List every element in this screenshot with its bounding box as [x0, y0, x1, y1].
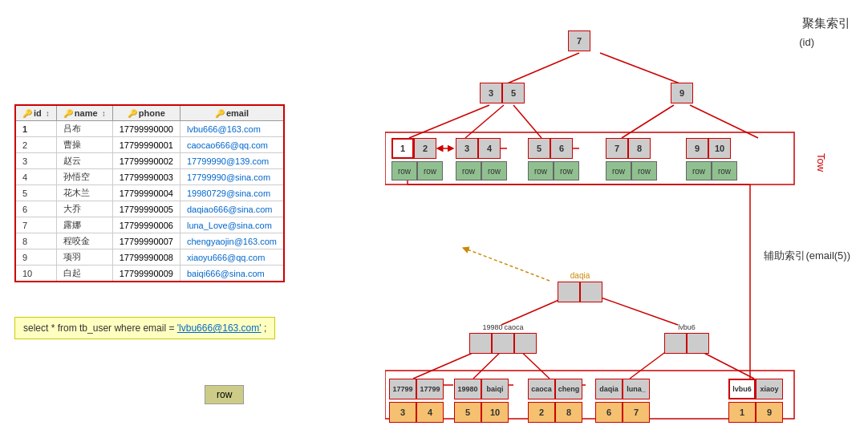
secondary-index-label: 辅助索引(email(5)) [764, 249, 850, 263]
leaf-row-5: row [528, 161, 554, 180]
cell-email: baiqi666@sina.com [180, 266, 284, 282]
sec-l1-left-label1: 19980 [482, 323, 502, 331]
cell-phone: 17799990008 [112, 249, 180, 266]
cell-name: 花木兰 [56, 185, 112, 201]
l1-left-5: 5 [502, 83, 525, 103]
cell-id: 10 [15, 266, 56, 282]
sec-leaf-key-1a: 17799 [389, 379, 416, 399]
sec-leaf-key-1b: 17799 [416, 379, 444, 399]
db-table: 🔑id ↕ 🔑name ↕ 🔑phone 🔑email 1吕布177999900… [14, 104, 285, 282]
cell-id: 6 [15, 201, 56, 217]
cell-name: 程咬金 [56, 233, 112, 249]
row-legend: row [205, 385, 244, 404]
sec-leaf-group-2: 19980 baiqi 5 10 [454, 379, 509, 423]
cell-id: 5 [15, 185, 56, 201]
sec-l1-right-cell1 [664, 333, 687, 354]
root-cell-7: 7 [568, 30, 590, 51]
table-row: 8程咬金17799990007chengyaojin@163.com [15, 233, 284, 249]
clustered-l1-left: 3 5 [480, 83, 525, 103]
sec-root-cell2 [580, 282, 602, 302]
leaf-key-8: 8 [628, 138, 651, 159]
cell-id: 4 [15, 169, 56, 185]
sql-text-after: ; [262, 322, 267, 334]
table-row: 9项羽17799990008xiaoyu666@qq.com [15, 249, 284, 266]
cell-email: luna_Love@sina.com [180, 217, 284, 233]
sec-leaf-key-4b: luna_ [623, 379, 650, 399]
cell-name: 赵云 [56, 153, 112, 169]
leaf-row-10: row [712, 161, 737, 180]
sec-leaf-row-3b: 8 [555, 402, 582, 423]
sec-leaf-row-4b: 7 [623, 402, 650, 423]
cell-phone: 17799990000 [112, 121, 180, 137]
sec-l1-right: lvbu6 [664, 323, 709, 354]
cell-phone: 17799990006 [112, 217, 180, 233]
table-row: 6大乔17799990005daqiao666@sina.com [15, 201, 284, 217]
cell-email: lvbu666@163.com [180, 121, 284, 137]
table-row: 5花木兰1779999000419980729@sina.com [15, 185, 284, 201]
cell-phone: 17799990007 [112, 233, 180, 249]
sec-leaf-key-5a: lvbu6 [728, 379, 756, 399]
sec-leaf-row-2b: 10 [481, 402, 509, 423]
table-row: 4孙悟空1779999000317799990@sina.com [15, 169, 284, 185]
table-row: 7露娜17799990006luna_Love@sina.com [15, 217, 284, 233]
sql-text-before: select * from tb_user where email = [23, 322, 177, 334]
table-row: 10白起17799990009baiqi666@sina.com [15, 266, 284, 282]
sec-leaf-row-1b: 4 [416, 402, 444, 423]
id-label: (id) [799, 36, 814, 48]
leaf-key-1: 1 [391, 138, 414, 159]
leaf-key-5: 5 [528, 138, 550, 159]
row-box: row [205, 385, 244, 404]
cell-email: 17799990@139.com [180, 153, 284, 169]
cell-name: 吕布 [56, 121, 112, 137]
leaf-group-3: 5 6 row row [528, 138, 579, 180]
sec-leaf-key-4a: daqia [595, 379, 623, 399]
sec-leaf-row-5a: 1 [728, 402, 756, 423]
leaf-key-9: 9 [686, 138, 708, 159]
svg-line-2 [409, 105, 489, 138]
leaf-row-8: row [631, 161, 657, 180]
leaf-row-4: row [481, 161, 507, 180]
cell-id: 1 [15, 121, 56, 137]
sec-l1-right-label: lvbu6 [678, 323, 696, 331]
leaf-key-10: 10 [708, 138, 731, 159]
leaf-row-9: row [686, 161, 712, 180]
sec-l1-left-cell2 [492, 333, 514, 354]
leaf-row-3: row [456, 161, 481, 180]
leaf-row-2: row [417, 161, 443, 180]
leaf-key-7: 7 [606, 138, 628, 159]
table-row: 2曹操17799990001caocao666@qq.com [15, 137, 284, 153]
leaf-key-4: 4 [478, 138, 501, 159]
l1-left-3: 3 [480, 83, 502, 103]
cell-name: 项羽 [56, 249, 112, 266]
svg-line-25 [465, 249, 550, 281]
sec-leaf-group-5: lvbu6 xiaoy 1 9 [728, 379, 783, 423]
sec-l1-right-cell2 [687, 333, 709, 354]
sec-l1-left-cell3 [514, 333, 537, 354]
leaf-group-2: 3 4 row row [456, 138, 507, 180]
cell-email: 19980729@sina.com [180, 185, 284, 201]
cell-email: xiaoyu666@qq.com [180, 249, 284, 266]
col-id: 🔑id ↕ [15, 105, 56, 121]
cell-email: caocao666@qq.com [180, 137, 284, 153]
sec-leaf-row-1a: 3 [389, 402, 416, 423]
svg-line-5 [622, 105, 674, 138]
sec-leaf-key-3a: caoca [528, 379, 555, 399]
leaf-group-1: 1 2 row row [391, 138, 443, 180]
leaf-group-5: 9 10 row row [686, 138, 737, 180]
cell-phone: 17799990009 [112, 266, 180, 282]
sec-leaf-group-3: caoca cheng 2 8 [528, 379, 582, 423]
cell-phone: 17799990003 [112, 169, 180, 185]
cell-id: 2 [15, 137, 56, 153]
cell-phone: 17799990005 [112, 201, 180, 217]
leaf-key-6: 6 [550, 138, 573, 159]
leaf-row-7: row [606, 161, 631, 180]
sec-leaf-key-2a: 19980 [454, 379, 481, 399]
svg-line-6 [690, 105, 758, 138]
cell-phone: 17799990004 [112, 185, 180, 201]
cell-name: 露娜 [56, 217, 112, 233]
svg-line-13 [590, 294, 678, 325]
sec-l1-left-label2: caoca [505, 323, 524, 331]
sec-leaf-row-2a: 5 [454, 402, 481, 423]
svg-line-1 [600, 53, 682, 84]
leaf-row-1: row [391, 161, 417, 180]
